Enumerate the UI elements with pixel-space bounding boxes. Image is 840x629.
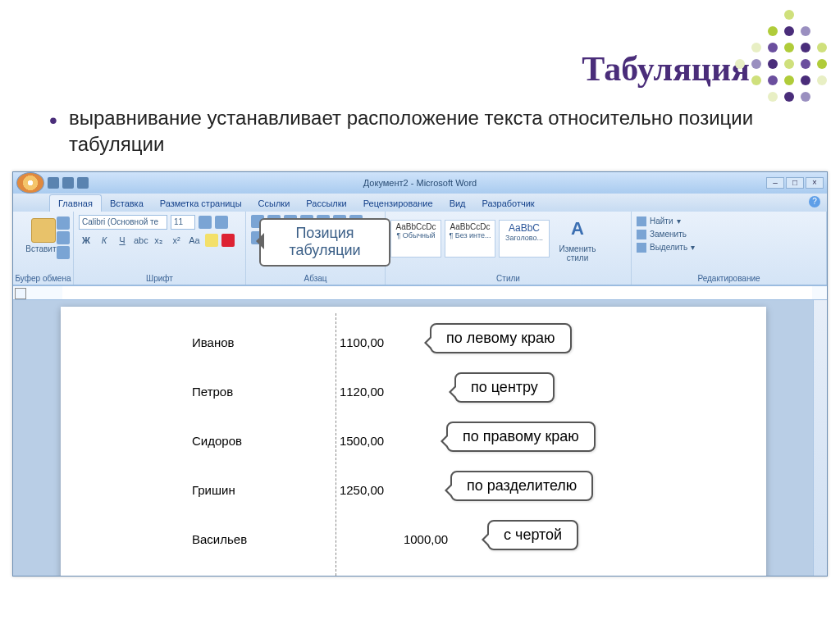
callout-align-bar: с чертой (487, 520, 578, 550)
window-title: Документ2 - Microsoft Word (363, 178, 477, 188)
ribbon-tabs: Главная Вставка Разметка страницы Ссылки… (13, 194, 827, 212)
row-name: Васильев (192, 532, 290, 546)
font-size-combo[interactable]: 11 (171, 215, 195, 230)
fontcolor-icon[interactable] (221, 234, 235, 247)
grow-font-icon[interactable] (199, 216, 212, 229)
minimize-button[interactable]: – (766, 177, 784, 189)
maximize-button[interactable]: □ (786, 177, 804, 189)
tab-references[interactable]: Ссылки (250, 195, 299, 212)
group-font-label: Шрифт (74, 274, 245, 283)
callout-tab-position: Позиция табуляции (259, 218, 390, 267)
row-value: 1000,00 (294, 532, 448, 546)
row-value: 1100,00 (294, 335, 384, 349)
style-normal[interactable]: AaBbCcDc ¶ Обычный (390, 220, 441, 258)
tab-pagelayout[interactable]: Разметка страницы (152, 195, 250, 212)
bold-button[interactable]: Ж (79, 233, 94, 248)
tab-home[interactable]: Главная (49, 194, 102, 212)
callout-align-left: по левому краю (430, 323, 572, 353)
vertical-scrollbar[interactable] (813, 300, 827, 576)
row-name: Гришин (192, 483, 290, 497)
document-area[interactable]: Иванов 1100,00 Петров 1120,00 Сидоров 15… (13, 300, 827, 576)
row-name: Сидоров (192, 434, 290, 448)
close-button[interactable]: × (806, 177, 824, 189)
find-button[interactable]: Найти ▾ (637, 215, 821, 228)
font-name-combo[interactable]: Calibri (Основной те (79, 215, 167, 230)
group-clipboard-label: Буфер обмена (13, 274, 73, 283)
tab-review[interactable]: Рецензирование (355, 195, 441, 212)
callout-align-center: по центру (454, 372, 555, 403)
callout-align-right: по правому краю (446, 422, 596, 452)
word-window: Документ2 - Microsoft Word – □ × Главная… (12, 171, 828, 577)
underline-button[interactable]: Ч (115, 233, 130, 248)
undo-icon[interactable] (62, 177, 74, 189)
slide-bullet: выравнивание устанавливает расположение … (49, 105, 807, 158)
style-heading1[interactable]: AaBbC Заголово... (499, 220, 550, 258)
help-icon[interactable]: ? (809, 196, 820, 207)
document-page[interactable]: Иванов 1100,00 Петров 1120,00 Сидоров 15… (61, 307, 766, 576)
select-icon (637, 243, 646, 253)
tab-mailings[interactable]: Рассылки (298, 195, 354, 212)
office-button[interactable] (16, 172, 44, 194)
paste-button[interactable]: Вставить (25, 244, 60, 253)
superscript-button[interactable]: x² (169, 233, 184, 248)
callout-align-decimal: по разделителю (450, 471, 593, 501)
group-editing-label: Редактирование (632, 274, 826, 283)
quick-access-toolbar[interactable] (48, 177, 89, 189)
format-painter-icon[interactable] (57, 246, 70, 259)
highlight-icon[interactable] (205, 234, 218, 247)
group-styles-label: Стили (386, 274, 631, 283)
find-icon (637, 217, 646, 226)
cut-icon[interactable] (57, 217, 70, 230)
ribbon: Вставить Буфер обмена Calibri (Основной … (13, 212, 827, 285)
titlebar: Документ2 - Microsoft Word – □ × (13, 172, 827, 194)
row-value: 1500,00 (294, 434, 384, 448)
replace-button[interactable]: Заменить (637, 228, 821, 241)
replace-icon (637, 230, 646, 239)
strike-button[interactable]: abc (133, 233, 148, 248)
tab-view[interactable]: Вид (441, 195, 474, 212)
slide-title: Табуляция (0, 49, 750, 89)
changecase-button[interactable]: Aa (187, 233, 202, 248)
paste-icon[interactable] (31, 218, 56, 243)
row-value: 1120,00 (294, 385, 384, 399)
change-styles-button[interactable]: A Изменить стили (553, 215, 602, 262)
subscript-button[interactable]: x₂ (151, 233, 166, 248)
tab-type-selector[interactable] (15, 288, 26, 299)
slide-decor-dots (735, 10, 830, 105)
redo-icon[interactable] (77, 177, 89, 189)
horizontal-ruler[interactable] (13, 285, 827, 300)
save-icon[interactable] (48, 177, 59, 189)
shrink-font-icon[interactable] (215, 216, 228, 229)
italic-button[interactable]: К (97, 233, 112, 248)
row-value: 1250,00 (294, 483, 384, 497)
row-name: Иванов (192, 335, 290, 349)
group-paragraph-label: Абзац (246, 274, 385, 283)
tab-insert[interactable]: Вставка (102, 195, 152, 212)
select-button[interactable]: Выделить ▾ (637, 241, 821, 254)
copy-icon[interactable] (57, 231, 70, 244)
style-nospacing[interactable]: AaBbCcDc ¶ Без инте... (445, 220, 495, 258)
row-name: Петров (192, 385, 290, 399)
tab-developer[interactable]: Разработчик (474, 195, 543, 212)
